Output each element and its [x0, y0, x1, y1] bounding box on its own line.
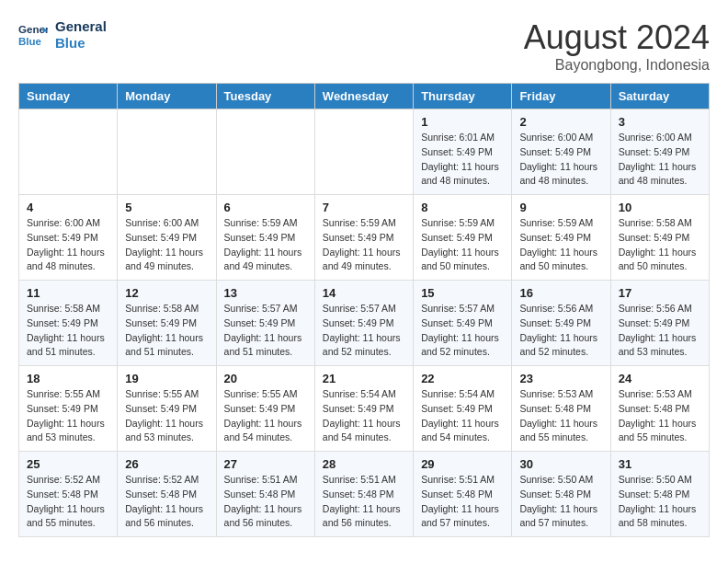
day-info: Sunrise: 6:00 AM Sunset: 5:49 PM Dayligh… — [619, 131, 701, 189]
calendar-cell: 12Sunrise: 5:58 AM Sunset: 5:49 PM Dayli… — [118, 281, 216, 366]
calendar-table: SundayMondayTuesdayWednesdayThursdayFrid… — [18, 83, 710, 537]
calendar-cell: 13Sunrise: 5:57 AM Sunset: 5:49 PM Dayli… — [216, 281, 314, 366]
day-info: Sunrise: 6:00 AM Sunset: 5:49 PM Dayligh… — [27, 216, 109, 274]
calendar-cell: 24Sunrise: 5:53 AM Sunset: 5:48 PM Dayli… — [610, 366, 709, 452]
calendar-cell: 7Sunrise: 5:59 AM Sunset: 5:49 PM Daylig… — [314, 195, 413, 281]
day-info: Sunrise: 6:01 AM Sunset: 5:49 PM Dayligh… — [421, 131, 504, 189]
calendar-week-row: 25Sunrise: 5:52 AM Sunset: 5:48 PM Dayli… — [19, 452, 710, 537]
day-info: Sunrise: 5:50 AM Sunset: 5:48 PM Dayligh… — [619, 473, 701, 531]
day-number: 10 — [619, 201, 701, 214]
day-number: 25 — [27, 457, 109, 471]
day-info: Sunrise: 5:57 AM Sunset: 5:49 PM Dayligh… — [224, 302, 307, 360]
calendar-cell: 11Sunrise: 5:58 AM Sunset: 5:49 PM Dayli… — [19, 281, 118, 366]
calendar-cell: 2Sunrise: 6:00 AM Sunset: 5:49 PM Daylig… — [512, 109, 610, 195]
day-number: 3 — [619, 115, 701, 129]
day-number: 23 — [519, 372, 602, 385]
day-info: Sunrise: 5:52 AM Sunset: 5:48 PM Dayligh… — [27, 473, 109, 531]
calendar-cell: 16Sunrise: 5:56 AM Sunset: 5:49 PM Dayli… — [512, 281, 610, 366]
day-number: 21 — [323, 372, 405, 385]
day-number: 11 — [27, 286, 109, 300]
day-number: 8 — [421, 201, 504, 214]
day-info: Sunrise: 5:59 AM Sunset: 5:49 PM Dayligh… — [224, 216, 307, 274]
calendar-cell: 23Sunrise: 5:53 AM Sunset: 5:48 PM Dayli… — [512, 366, 610, 452]
day-number: 27 — [224, 457, 307, 471]
day-info: Sunrise: 5:59 AM Sunset: 5:49 PM Dayligh… — [323, 216, 405, 274]
day-number: 18 — [27, 372, 109, 385]
day-info: Sunrise: 5:53 AM Sunset: 5:48 PM Dayligh… — [619, 387, 701, 445]
calendar-week-row: 1Sunrise: 6:01 AM Sunset: 5:49 PM Daylig… — [19, 109, 710, 195]
calendar-cell — [216, 109, 314, 195]
day-info: Sunrise: 6:00 AM Sunset: 5:49 PM Dayligh… — [519, 131, 602, 189]
calendar-cell: 25Sunrise: 5:52 AM Sunset: 5:48 PM Dayli… — [19, 452, 118, 537]
day-number: 17 — [619, 286, 701, 300]
calendar-cell: 26Sunrise: 5:52 AM Sunset: 5:48 PM Dayli… — [118, 452, 216, 537]
calendar-subtitle: Bayongbong, Indonesia — [524, 57, 710, 74]
calendar-week-row: 18Sunrise: 5:55 AM Sunset: 5:49 PM Dayli… — [19, 366, 710, 452]
calendar-cell: 27Sunrise: 5:51 AM Sunset: 5:48 PM Dayli… — [216, 452, 314, 537]
day-info: Sunrise: 5:55 AM Sunset: 5:49 PM Dayligh… — [125, 387, 208, 445]
calendar-cell: 20Sunrise: 5:55 AM Sunset: 5:49 PM Dayli… — [216, 366, 314, 452]
day-info: Sunrise: 5:58 AM Sunset: 5:49 PM Dayligh… — [27, 302, 109, 360]
calendar-cell: 14Sunrise: 5:57 AM Sunset: 5:49 PM Dayli… — [314, 281, 413, 366]
day-info: Sunrise: 5:51 AM Sunset: 5:48 PM Dayligh… — [421, 473, 504, 531]
weekday-header-friday: Friday — [512, 84, 610, 109]
day-info: Sunrise: 5:51 AM Sunset: 5:48 PM Dayligh… — [224, 473, 307, 531]
day-info: Sunrise: 5:54 AM Sunset: 5:49 PM Dayligh… — [323, 387, 405, 445]
calendar-cell: 4Sunrise: 6:00 AM Sunset: 5:49 PM Daylig… — [19, 195, 118, 281]
logo-general-text: General — [55, 18, 107, 35]
day-number: 5 — [125, 201, 208, 214]
day-number: 28 — [323, 457, 405, 471]
day-number: 19 — [125, 372, 208, 385]
day-number: 31 — [619, 457, 701, 471]
day-info: Sunrise: 5:53 AM Sunset: 5:48 PM Dayligh… — [519, 387, 602, 445]
day-number: 12 — [125, 286, 208, 300]
day-number: 13 — [224, 286, 307, 300]
day-info: Sunrise: 5:52 AM Sunset: 5:48 PM Dayligh… — [125, 473, 208, 531]
day-info: Sunrise: 5:51 AM Sunset: 5:48 PM Dayligh… — [323, 473, 405, 531]
weekday-header-thursday: Thursday — [414, 84, 512, 109]
day-number: 6 — [224, 201, 307, 214]
title-block: August 2024 Bayongbong, Indonesia — [524, 18, 710, 74]
calendar-cell: 29Sunrise: 5:51 AM Sunset: 5:48 PM Dayli… — [414, 452, 512, 537]
day-info: Sunrise: 6:00 AM Sunset: 5:49 PM Dayligh… — [125, 216, 208, 274]
day-number: 24 — [619, 372, 701, 385]
weekday-header-tuesday: Tuesday — [216, 84, 314, 109]
calendar-cell: 3Sunrise: 6:00 AM Sunset: 5:49 PM Daylig… — [610, 109, 709, 195]
calendar-cell: 6Sunrise: 5:59 AM Sunset: 5:49 PM Daylig… — [216, 195, 314, 281]
day-info: Sunrise: 5:59 AM Sunset: 5:49 PM Dayligh… — [421, 216, 504, 274]
calendar-cell: 19Sunrise: 5:55 AM Sunset: 5:49 PM Dayli… — [118, 366, 216, 452]
calendar-cell: 8Sunrise: 5:59 AM Sunset: 5:49 PM Daylig… — [414, 195, 512, 281]
day-info: Sunrise: 5:55 AM Sunset: 5:49 PM Dayligh… — [224, 387, 307, 445]
day-number: 4 — [27, 201, 109, 214]
day-number: 15 — [421, 286, 504, 300]
day-number: 14 — [323, 286, 405, 300]
day-number: 9 — [519, 201, 602, 214]
calendar-cell: 30Sunrise: 5:50 AM Sunset: 5:48 PM Dayli… — [512, 452, 610, 537]
calendar-week-row: 4Sunrise: 6:00 AM Sunset: 5:49 PM Daylig… — [19, 195, 710, 281]
calendar-cell: 21Sunrise: 5:54 AM Sunset: 5:49 PM Dayli… — [314, 366, 413, 452]
day-info: Sunrise: 5:50 AM Sunset: 5:48 PM Dayligh… — [519, 473, 602, 531]
svg-text:Blue: Blue — [18, 36, 42, 47]
day-number: 7 — [323, 201, 405, 214]
calendar-week-row: 11Sunrise: 5:58 AM Sunset: 5:49 PM Dayli… — [19, 281, 710, 366]
day-info: Sunrise: 5:59 AM Sunset: 5:49 PM Dayligh… — [519, 216, 602, 274]
weekday-header-row: SundayMondayTuesdayWednesdayThursdayFrid… — [19, 84, 710, 109]
calendar-cell: 10Sunrise: 5:58 AM Sunset: 5:49 PM Dayli… — [610, 195, 709, 281]
weekday-header-sunday: Sunday — [19, 84, 118, 109]
page-header: General Blue General Blue August 2024 Ba… — [18, 18, 710, 74]
calendar-cell: 17Sunrise: 5:56 AM Sunset: 5:49 PM Dayli… — [610, 281, 709, 366]
day-info: Sunrise: 5:57 AM Sunset: 5:49 PM Dayligh… — [323, 302, 405, 360]
calendar-cell: 28Sunrise: 5:51 AM Sunset: 5:48 PM Dayli… — [314, 452, 413, 537]
day-number: 29 — [421, 457, 504, 471]
calendar-cell: 5Sunrise: 6:00 AM Sunset: 5:49 PM Daylig… — [118, 195, 216, 281]
day-number: 1 — [421, 115, 504, 129]
day-info: Sunrise: 5:56 AM Sunset: 5:49 PM Dayligh… — [519, 302, 602, 360]
logo-icon: General Blue — [18, 20, 48, 50]
day-info: Sunrise: 5:57 AM Sunset: 5:49 PM Dayligh… — [421, 302, 504, 360]
calendar-title: August 2024 — [524, 18, 710, 57]
calendar-cell: 15Sunrise: 5:57 AM Sunset: 5:49 PM Dayli… — [414, 281, 512, 366]
calendar-cell: 18Sunrise: 5:55 AM Sunset: 5:49 PM Dayli… — [19, 366, 118, 452]
logo-blue-text: Blue — [55, 35, 107, 52]
weekday-header-saturday: Saturday — [610, 84, 709, 109]
day-number: 20 — [224, 372, 307, 385]
